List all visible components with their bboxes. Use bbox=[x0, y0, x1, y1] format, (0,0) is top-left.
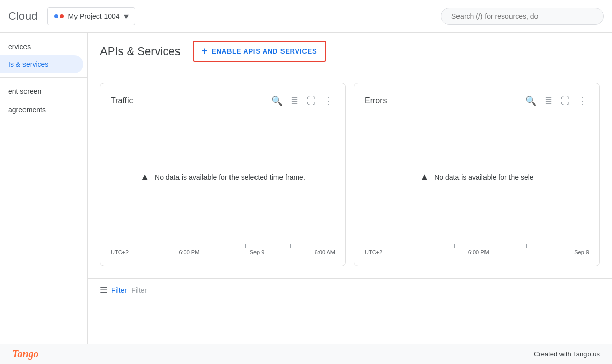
traffic-expand-icon[interactable]: ⛶ bbox=[304, 94, 318, 109]
errors-chart-header: Errors 🔍 ≣ ⛶ ⋮ bbox=[365, 93, 589, 109]
traffic-more-icon[interactable]: ⋮ bbox=[322, 93, 335, 109]
errors-axis-line bbox=[365, 246, 589, 246]
sidebar-divider bbox=[0, 77, 87, 78]
filter-label[interactable]: Filter bbox=[111, 286, 127, 294]
errors-layers-icon[interactable]: ≣ bbox=[543, 93, 554, 109]
errors-chart-footer: UTC+2 6:00 PM Sep 9 bbox=[365, 238, 589, 255]
traffic-chart-card: Traffic 🔍 ≣ ⛶ ⋮ ▲ No data is available f… bbox=[100, 83, 346, 266]
main-layout: ervices Is & services ent screen agreeme… bbox=[0, 33, 612, 344]
header: Cloud My Project 1004 ▾ bbox=[0, 0, 612, 33]
traffic-label-6am: 6:00 AM bbox=[315, 249, 335, 255]
errors-more-icon[interactable]: ⋮ bbox=[576, 93, 589, 109]
traffic-axis-line bbox=[111, 246, 335, 246]
traffic-no-data-message: ▲ No data is available for the selected … bbox=[140, 172, 305, 183]
errors-no-data-message: ▲ No data is available for the sele bbox=[420, 172, 533, 183]
tango-logo: Tango bbox=[12, 348, 39, 360]
project-name: My Project 1004 bbox=[68, 12, 119, 20]
traffic-warning-icon: ▲ bbox=[140, 172, 149, 183]
filter-icon: ☰ bbox=[100, 285, 107, 295]
brand-name: Cloud bbox=[8, 10, 37, 23]
errors-expand-icon[interactable]: ⛶ bbox=[558, 94, 572, 109]
project-selector[interactable]: My Project 1004 ▾ bbox=[47, 7, 135, 25]
main-content: APIs & Services + ENABLE APIS AND SERVIC… bbox=[88, 33, 612, 344]
traffic-chart-title: Traffic bbox=[111, 96, 269, 106]
traffic-label-sep9: Sep 9 bbox=[250, 249, 265, 255]
filter-placeholder[interactable]: Filter bbox=[131, 286, 147, 294]
enable-btn-label: ENABLE APIS AND SERVICES bbox=[212, 47, 317, 55]
errors-search-icon[interactable]: 🔍 bbox=[523, 93, 539, 109]
errors-no-data-text: No data is available for the sele bbox=[434, 173, 533, 181]
traffic-search-icon[interactable]: 🔍 bbox=[269, 93, 285, 109]
project-icon bbox=[54, 14, 64, 18]
plus-icon: + bbox=[202, 46, 208, 57]
traffic-layers-icon[interactable]: ≣ bbox=[289, 93, 300, 109]
footer: Tango Created with Tango.us bbox=[0, 344, 612, 364]
footer-credit: Created with Tango.us bbox=[534, 350, 600, 358]
errors-chart-title: Errors bbox=[365, 96, 523, 106]
errors-label-sep9: Sep 9 bbox=[574, 249, 589, 255]
main-header: APIs & Services + ENABLE APIS AND SERVIC… bbox=[88, 33, 612, 70]
errors-label-6pm: 6:00 PM bbox=[468, 249, 489, 255]
traffic-axis-labels: UTC+2 6:00 PM Sep 9 6:00 AM bbox=[111, 249, 335, 255]
traffic-chart-icons: 🔍 ≣ ⛶ ⋮ bbox=[269, 93, 335, 109]
errors-chart-icons: 🔍 ≣ ⛶ ⋮ bbox=[523, 93, 589, 109]
errors-chart-body: ▲ No data is available for the sele bbox=[365, 117, 589, 238]
filter-bar: ☰ Filter Filter bbox=[88, 278, 612, 301]
sidebar-item-consent[interactable]: ent screen bbox=[0, 82, 87, 100]
errors-label-utc: UTC+2 bbox=[365, 249, 382, 255]
sidebar-item-apis-services[interactable]: Is & services bbox=[0, 55, 83, 73]
sidebar: ervices Is & services ent screen agreeme… bbox=[0, 33, 88, 344]
errors-warning-icon: ▲ bbox=[420, 172, 429, 183]
traffic-chart-footer: UTC+2 6:00 PM Sep 9 6:00 AM bbox=[111, 238, 335, 255]
enable-apis-button[interactable]: + ENABLE APIS AND SERVICES bbox=[193, 41, 326, 62]
errors-chart-card: Errors 🔍 ≣ ⛶ ⋮ ▲ No data is available fo… bbox=[354, 83, 600, 266]
traffic-chart-body: ▲ No data is available for the selected … bbox=[111, 117, 335, 238]
sidebar-section-title: ervices bbox=[0, 37, 87, 55]
chevron-down-icon: ▾ bbox=[124, 11, 129, 22]
traffic-label-6pm: 6:00 PM bbox=[178, 249, 199, 255]
search-input[interactable] bbox=[441, 8, 604, 25]
charts-area: Traffic 🔍 ≣ ⛶ ⋮ ▲ No data is available f… bbox=[88, 70, 612, 278]
sidebar-item-agreements[interactable]: agreements bbox=[0, 100, 87, 119]
errors-axis-labels: UTC+2 6:00 PM Sep 9 bbox=[365, 249, 589, 255]
page-title: APIs & Services bbox=[100, 45, 181, 58]
traffic-chart-header: Traffic 🔍 ≣ ⛶ ⋮ bbox=[111, 93, 335, 109]
traffic-no-data-text: No data is available for the selected ti… bbox=[155, 173, 305, 181]
traffic-label-utc: UTC+2 bbox=[111, 249, 129, 255]
